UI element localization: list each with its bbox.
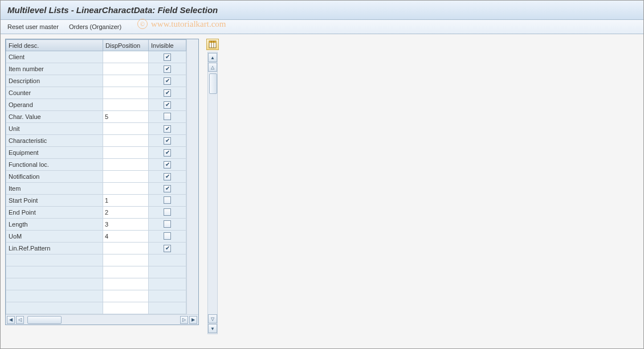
vscroll-thumb[interactable] — [209, 73, 217, 94]
disp-position-input[interactable] — [103, 302, 149, 314]
field-desc-cell[interactable] — [6, 290, 103, 302]
table-horizontal-scrollbar[interactable]: ◀ ◁ ▷ ▶ — [6, 314, 198, 325]
disp-position-input[interactable] — [103, 254, 149, 266]
field-desc-cell[interactable]: Start Point — [6, 195, 103, 207]
col-header-disp-position[interactable]: DispPosition — [103, 40, 149, 51]
watermark: © www.tutorialkart.com — [137, 19, 226, 29]
table-inner-vscroll[interactable] — [186, 39, 198, 314]
invisible-checkbox[interactable]: ✔ — [164, 161, 171, 169]
disp-position-input[interactable]: 2 — [103, 207, 149, 219]
disp-position-input[interactable] — [103, 290, 149, 302]
table-row: Counter✔ — [6, 87, 186, 99]
field-desc-cell[interactable]: Item — [6, 183, 103, 195]
field-desc-cell[interactable]: Char. Value — [6, 111, 103, 123]
field-desc-cell[interactable]: UoM — [6, 231, 103, 243]
field-selection-table-container: Field desc. DispPosition Invisible Clien… — [5, 39, 199, 325]
table-row: Equipment✔ — [6, 147, 186, 159]
field-desc-cell[interactable]: End Point — [6, 207, 103, 219]
scroll-down-step-icon[interactable]: ▽ — [208, 314, 217, 323]
disp-position-input[interactable] — [103, 51, 149, 63]
field-desc-cell[interactable]: Lin.Ref.Pattern — [6, 243, 103, 254]
invisible-checkbox-cell: ✔ — [149, 147, 186, 159]
disp-position-input[interactable] — [103, 278, 149, 290]
disp-position-input[interactable]: 4 — [103, 231, 149, 243]
field-desc-cell[interactable]: Counter — [6, 87, 103, 99]
field-desc-cell[interactable]: Equipment — [6, 147, 103, 159]
outer-vertical-scrollbar[interactable]: ▲ △ ▽ ▼ — [207, 52, 218, 334]
table-row: Characteristic✔ — [6, 135, 186, 147]
invisible-checkbox[interactable]: ✔ — [164, 149, 171, 157]
field-desc-cell[interactable]: Characteristic — [6, 135, 103, 147]
invisible-checkbox-cell — [149, 231, 186, 243]
disp-position-input[interactable] — [103, 63, 149, 75]
hscroll-thumb[interactable] — [27, 316, 62, 324]
invisible-checkbox-cell: ✔ — [149, 135, 186, 147]
table-settings-button[interactable] — [206, 39, 219, 50]
scroll-up-icon[interactable]: ▲ — [208, 53, 217, 62]
disp-position-input[interactable] — [103, 75, 149, 87]
right-side-panel: ▲ △ ▽ ▼ — [201, 39, 224, 334]
disp-position-input[interactable]: 1 — [103, 195, 149, 207]
reset-user-master-button[interactable]: Reset user master — [7, 23, 59, 30]
orders-organizer-button[interactable]: Orders (Organizer) — [69, 23, 121, 30]
table-row-empty — [6, 290, 186, 302]
invisible-checkbox[interactable]: ✔ — [164, 245, 171, 252]
table-row: End Point2 — [6, 207, 186, 219]
scroll-left-icon[interactable]: ◀ — [7, 316, 15, 324]
invisible-checkbox[interactable]: ✔ — [164, 125, 171, 133]
invisible-checkbox[interactable] — [164, 196, 171, 204]
invisible-checkbox[interactable]: ✔ — [164, 65, 171, 73]
vscroll-track[interactable] — [209, 72, 217, 314]
invisible-checkbox[interactable] — [164, 208, 171, 216]
invisible-checkbox-cell — [149, 278, 186, 290]
scroll-left-step-icon[interactable]: ◁ — [16, 316, 24, 324]
field-desc-cell[interactable]: Operand — [6, 99, 103, 111]
disp-position-input[interactable] — [103, 135, 149, 147]
table-row-empty — [6, 302, 186, 314]
field-desc-cell[interactable] — [6, 302, 103, 314]
field-desc-cell[interactable]: Unit — [6, 123, 103, 135]
disp-position-input[interactable]: 5 — [103, 111, 149, 123]
disp-position-input[interactable] — [103, 243, 149, 254]
field-desc-cell[interactable]: Client — [6, 51, 103, 63]
invisible-checkbox[interactable]: ✔ — [164, 137, 171, 145]
field-desc-cell[interactable] — [6, 254, 103, 266]
scroll-up-step-icon[interactable]: △ — [208, 63, 217, 72]
scroll-right-step-icon[interactable]: ▷ — [180, 316, 188, 324]
disp-position-input[interactable] — [103, 266, 149, 278]
field-desc-cell[interactable]: Notification — [6, 171, 103, 183]
invisible-checkbox-cell: ✔ — [149, 99, 186, 111]
invisible-checkbox[interactable]: ✔ — [164, 54, 171, 61]
disp-position-input[interactable]: 3 — [103, 219, 149, 231]
scroll-right-icon[interactable]: ▶ — [189, 316, 197, 324]
col-header-field-desc[interactable]: Field desc. — [6, 40, 103, 51]
window-title: Multilevel Lists - LinearCharactData: Fi… — [1, 1, 643, 20]
col-header-invisible[interactable]: Invisible — [149, 40, 186, 51]
disp-position-input[interactable] — [103, 123, 149, 135]
invisible-checkbox[interactable]: ✔ — [164, 101, 171, 109]
invisible-checkbox-cell — [149, 290, 186, 302]
invisible-checkbox[interactable]: ✔ — [164, 173, 171, 180]
disp-position-input[interactable] — [103, 87, 149, 99]
disp-position-input[interactable] — [103, 159, 149, 171]
invisible-checkbox[interactable]: ✔ — [164, 89, 171, 97]
disp-position-input[interactable] — [103, 171, 149, 183]
invisible-checkbox-cell — [149, 195, 186, 207]
field-desc-cell[interactable] — [6, 266, 103, 278]
disp-position-input[interactable] — [103, 147, 149, 159]
invisible-checkbox-cell: ✔ — [149, 87, 186, 99]
invisible-checkbox[interactable] — [164, 220, 171, 228]
field-desc-cell[interactable]: Length — [6, 219, 103, 231]
field-desc-cell[interactable] — [6, 278, 103, 290]
invisible-checkbox[interactable]: ✔ — [164, 185, 171, 192]
field-desc-cell[interactable]: Description — [6, 75, 103, 87]
invisible-checkbox-cell: ✔ — [149, 243, 186, 254]
field-desc-cell[interactable]: Item number — [6, 63, 103, 75]
disp-position-input[interactable] — [103, 183, 149, 195]
field-desc-cell[interactable]: Functional loc. — [6, 159, 103, 171]
invisible-checkbox[interactable] — [164, 232, 171, 240]
disp-position-input[interactable] — [103, 99, 149, 111]
invisible-checkbox[interactable]: ✔ — [164, 77, 171, 85]
invisible-checkbox[interactable] — [164, 113, 171, 120]
scroll-down-icon[interactable]: ▼ — [208, 324, 217, 333]
